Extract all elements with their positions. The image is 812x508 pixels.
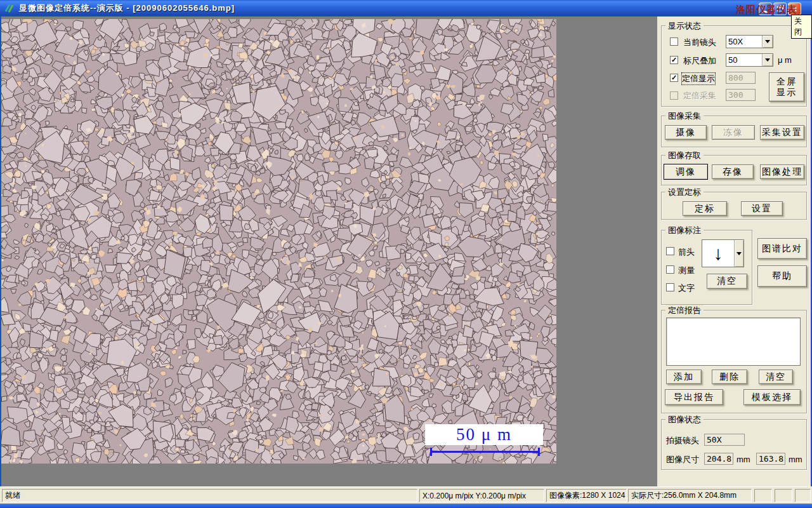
title-bar: 显微图像定倍系统--演示版 - [20090602055646.bmp] [0, 0, 812, 17]
status-image-pixels: 图像像素:1280 X 1024 [546, 489, 627, 502]
window-title: 显微图像定倍系统--演示版 - [20090602055646.bmp] [19, 3, 235, 14]
scale-bar-tick-left [430, 448, 432, 456]
report-delete-button[interactable]: 删除 [712, 370, 747, 384]
window-border-bottom [0, 504, 812, 508]
image-height-unit: mm [789, 455, 802, 464]
brand-overlay-text: 洛阳仪器仪表 [736, 4, 797, 16]
image-height-field: 163.8 [756, 453, 785, 465]
calibrate-button[interactable]: 定标 [683, 201, 727, 216]
status-actual-size: 实际尺寸:256.0mm X 204.8mm [628, 489, 752, 502]
current-lens-checkbox[interactable] [670, 37, 678, 46]
scale-overlay-label: 标尺叠加 [683, 55, 716, 67]
group-calibration-title: 设置定标 [665, 187, 704, 198]
app-icon [4, 3, 15, 13]
measure-checkbox-label: 测量 [678, 265, 695, 276]
text-checkbox-label: 文字 [678, 283, 695, 294]
fixed-capture-label: 定倍采集 [683, 90, 716, 102]
status-bar: 就绪 X:0.200μ m/pix Y:0.200μ m/pix 图像像素:12… [0, 486, 812, 504]
report-add-button[interactable]: 添加 [666, 370, 702, 384]
scale-bar-tick-right [538, 448, 540, 456]
fixed-capture-field: 300 [726, 89, 756, 101]
template-select-button[interactable]: 模板选择 [743, 389, 801, 405]
annotation-clear-button[interactable]: 清空 [707, 274, 747, 289]
save-image-button[interactable]: 存像 [712, 164, 754, 179]
atlas-compare-button[interactable]: 图谱比对 [757, 238, 807, 259]
close-tooltip: 关闭 [791, 15, 812, 39]
chevron-down-icon[interactable] [762, 54, 773, 66]
current-lens-select[interactable]: 50X [726, 35, 773, 48]
arrow-style-select[interactable]: ↓ [702, 239, 744, 267]
scale-overlay-select[interactable]: 50 [726, 53, 773, 67]
status-ready: 就绪 [2, 489, 417, 502]
scale-bar-text: 50 μ m [456, 425, 512, 444]
current-lens-value: 50X [726, 36, 762, 48]
micrograph-image [1, 19, 556, 464]
fixed-display-field: 800 [726, 72, 756, 84]
arrow-checkbox[interactable] [666, 247, 674, 255]
shoot-button[interactable]: 摄像 [665, 125, 707, 140]
checkmark-icon: ✓ [671, 74, 677, 81]
scale-bar-label-box: 50 μ m [425, 424, 543, 445]
current-lens-label: 当前镜头 [683, 37, 716, 48]
scale-overlay-value: 50 [726, 54, 762, 66]
group-image-status-title: 图像状态 [665, 414, 704, 425]
image-viewer: 50 μ m [1, 19, 556, 464]
arrow-down-icon: ↓ [702, 240, 734, 267]
load-image-button[interactable]: 调像 [664, 164, 708, 180]
arrow-checkbox-label: 箭头 [678, 246, 695, 258]
scale-overlay-checkbox[interactable]: ✓ [670, 56, 678, 64]
group-annotation-title: 图像标注 [665, 225, 704, 236]
status-empty-2 [775, 489, 792, 502]
group-report-title: 定倍报告 [665, 305, 704, 316]
scale-overlay-unit: μ m [778, 55, 792, 65]
fixed-capture-checkbox [670, 91, 678, 100]
group-storage-title: 图像存取 [665, 150, 704, 161]
fullscreen-button[interactable]: 全屏 显示 [769, 72, 804, 102]
calibration-settings-button[interactable]: 设置 [741, 201, 783, 216]
chevron-down-icon[interactable] [762, 36, 773, 48]
fullscreen-button-line2: 显示 [776, 87, 797, 98]
measure-checkbox[interactable] [666, 265, 674, 274]
fixed-display-label: 定倍显示 [682, 73, 715, 84]
group-capture-title: 图像采集 [665, 110, 704, 122]
group-display-status-title: 显示状态 [665, 20, 704, 32]
report-clear-button[interactable]: 清空 [759, 370, 793, 384]
freeze-button: 冻像 [712, 125, 755, 140]
image-width-unit: mm [737, 455, 750, 464]
checkmark-icon: ✓ [671, 57, 677, 64]
fullscreen-button-line1: 全屏 [776, 76, 797, 88]
fixed-display-checkbox[interactable]: ✓ [670, 74, 678, 82]
shoot-lens-field: 50X [704, 434, 745, 446]
report-listbox[interactable] [666, 318, 801, 366]
status-empty-1 [754, 489, 772, 502]
status-pixel-scale: X:0.200μ m/pix Y:0.200μ m/pix [419, 489, 544, 502]
image-width-field: 204.8 [704, 453, 733, 465]
status-empty-3 [795, 489, 811, 502]
export-report-button[interactable]: 导出报告 [665, 389, 723, 405]
scale-bar-line [430, 451, 540, 453]
help-button[interactable]: 帮助 [757, 265, 807, 287]
image-size-label: 图像尺寸 [666, 454, 699, 465]
chevron-down-icon[interactable] [734, 240, 743, 267]
text-checkbox[interactable] [666, 283, 674, 291]
image-process-button[interactable]: 图像处理 [760, 164, 804, 179]
shoot-lens-label: 拍摄镜头 [666, 435, 699, 446]
capture-settings-button[interactable]: 采集设置 [760, 125, 804, 140]
